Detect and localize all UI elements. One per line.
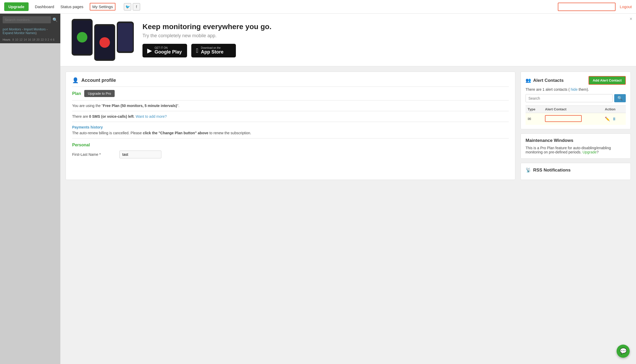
app-store-main: App Store	[201, 49, 224, 55]
app-store-button[interactable]:  Download on the App Store	[191, 44, 236, 57]
col-type: Type	[526, 106, 543, 113]
chat-icon: 💬	[620, 348, 627, 355]
phone-screen-1	[73, 20, 92, 54]
nav-my-settings[interactable]: My Settings	[90, 3, 115, 10]
phone-mockups	[71, 19, 135, 61]
col-action: Action	[603, 106, 626, 113]
payments-history-link[interactable]: Payments history	[72, 125, 509, 129]
twitter-icon[interactable]: 🐦	[124, 3, 131, 10]
personal-title: Personal	[72, 143, 509, 147]
sidebar-links: port Monitors - Import Monitors - Expand…	[0, 26, 60, 37]
plan-label: Plan	[72, 91, 81, 96]
alert-search-button[interactable]: 🔍	[614, 94, 626, 102]
sidebar-monitor-list	[0, 43, 60, 364]
phone-screen-2	[95, 26, 114, 59]
divider-2	[72, 100, 509, 100]
table-row: ✉ ✏️ ⏸	[526, 113, 626, 125]
app-banner: × Keep monitoring everywhere	[60, 14, 636, 66]
phone-dot-red	[99, 37, 110, 48]
google-play-button[interactable]: ▶ GET IT ON Google Play	[142, 44, 187, 57]
maintenance-title-text: Maintenance Windows	[526, 138, 573, 143]
contact-type-cell: ✉	[526, 113, 543, 125]
app-store-top: Download on the	[201, 46, 224, 49]
phone-mockup-2	[94, 24, 115, 61]
add-more-link[interactable]: Want to add more?	[136, 114, 167, 119]
divider-1	[72, 87, 509, 87]
sidebar-search-area: 🔍	[0, 14, 60, 26]
maintenance-description: This is a Pro Plan feature for auto-disa…	[526, 146, 626, 154]
sidebar-hours: Hours 8 10 12 14 16 18 20 22 0 2 4 6	[0, 37, 60, 43]
expand-monitor-names-link[interactable]: Expand Monitor Names	[3, 31, 35, 35]
divider-5	[72, 138, 509, 138]
personal-section: Personal First-Last Name *	[72, 143, 509, 158]
first-last-label: First-Last Name *	[72, 152, 119, 157]
divider-3	[72, 111, 509, 111]
account-profile-panel: 👤 Account profile Plan Upgrade to Pro Yo…	[66, 72, 515, 180]
phone-screen-3	[118, 23, 133, 51]
google-play-icon: ▶	[147, 47, 152, 54]
nav-status-pages[interactable]: Status pages	[60, 4, 83, 9]
payments-description: The auto-renew billing is cancelled. Ple…	[72, 131, 509, 135]
right-panel: 👥 Alert Contacts Add Alert Contact There…	[521, 72, 631, 180]
profile-icon: 👤	[72, 77, 79, 83]
page-wrapper: 🔍 port Monitors - Import Monitors - Expa…	[0, 14, 636, 364]
alert-contacts-header: 👥 Alert Contacts Add Alert Contact	[526, 76, 626, 85]
alert-contacts-icon: 👥	[526, 78, 531, 83]
alert-contacts-card: 👥 Alert Contacts Add Alert Contact There…	[521, 72, 631, 129]
hide-contacts-link[interactable]: hide	[571, 87, 577, 92]
sms-count: 0 SMS (or voice-calls) left	[89, 114, 134, 119]
alert-contacts-table: Type Alert Contact Action ✉	[526, 105, 626, 125]
app-store-text: Download on the App Store	[201, 46, 224, 55]
social-icons: 🐦 f	[124, 3, 140, 10]
sms-row: There are 0 SMS (or voice-calls) left. W…	[72, 114, 509, 119]
apple-icon: 	[196, 47, 198, 54]
rss-header: 📡 RSS Notifications	[526, 167, 626, 173]
maintenance-windows-card: Maintenance Windows This is a Pro Plan f…	[521, 133, 631, 159]
add-alert-contact-button[interactable]: Add Alert Contact	[589, 76, 626, 85]
divider-4	[72, 122, 509, 122]
account-profile-header: 👤 Account profile	[72, 77, 509, 83]
alert-search-input[interactable]	[526, 94, 613, 102]
maintenance-header: Maintenance Windows	[526, 138, 626, 143]
maintenance-title: Maintenance Windows	[526, 138, 573, 143]
top-nav: Upgrade Dashboard Status pages My Settin…	[0, 0, 636, 14]
banner-headline: Keep monitoring everywhere you go.	[142, 23, 626, 31]
import-monitors-link[interactable]: Import Monitors	[24, 28, 46, 31]
nav-search-input[interactable]	[558, 3, 616, 11]
google-play-text: GET IT ON Google Play	[155, 46, 182, 55]
google-play-main: Google Play	[155, 49, 182, 55]
pause-icon[interactable]: ⏸	[612, 117, 616, 121]
contact-name-cell	[543, 113, 603, 125]
account-profile-title: Account profile	[81, 78, 116, 83]
upgrade-to-pro-button[interactable]: Upgrade to Pro	[84, 90, 115, 97]
rss-title: RSS Notifications	[533, 168, 571, 173]
action-icons: ✏️ ⏸	[605, 116, 624, 121]
store-buttons: ▶ GET IT ON Google Play  Download on th…	[142, 44, 626, 57]
email-icon: ✉	[528, 117, 531, 121]
google-play-top: GET IT ON	[155, 46, 182, 49]
col-contact: Alert Contact	[543, 106, 603, 113]
change-plan-bold: click the "Change Plan button" above	[143, 131, 208, 135]
sidebar-search-input[interactable]	[3, 16, 51, 23]
chat-fab-button[interactable]: 💬	[617, 345, 630, 358]
sidebar-links-sep1: -	[22, 28, 24, 31]
plan-description: You are using the "Free Plan (50 monitor…	[72, 104, 509, 108]
export-monitors-link[interactable]: port Monitors	[3, 28, 21, 31]
sidebar-search-icon: 🔍	[52, 17, 58, 22]
first-last-input[interactable]	[119, 151, 161, 158]
alert-table-header-row: Type Alert Contact Action	[526, 106, 626, 113]
banner-close-icon[interactable]: ×	[629, 16, 632, 22]
alert-search-row: 🔍	[526, 94, 626, 102]
banner-subtext: Try the completely new mobile app.	[142, 33, 626, 39]
upgrade-button[interactable]: Upgrade	[4, 2, 29, 11]
first-last-row: First-Last Name *	[72, 151, 509, 158]
maintenance-upgrade-link[interactable]: Upgrade	[582, 150, 597, 154]
logout-link[interactable]: Logout	[620, 4, 632, 9]
nav-dashboard[interactable]: Dashboard	[35, 4, 54, 9]
edit-icon[interactable]: ✏️	[605, 116, 610, 121]
facebook-icon[interactable]: f	[133, 3, 140, 10]
plan-name: Free Plan (50 monitors, 5 minute interva…	[103, 104, 177, 108]
phone-mockup-3	[117, 22, 134, 53]
content-area: 👤 Account profile Plan Upgrade to Pro Yo…	[60, 66, 636, 185]
phone-dot-green	[77, 32, 87, 42]
